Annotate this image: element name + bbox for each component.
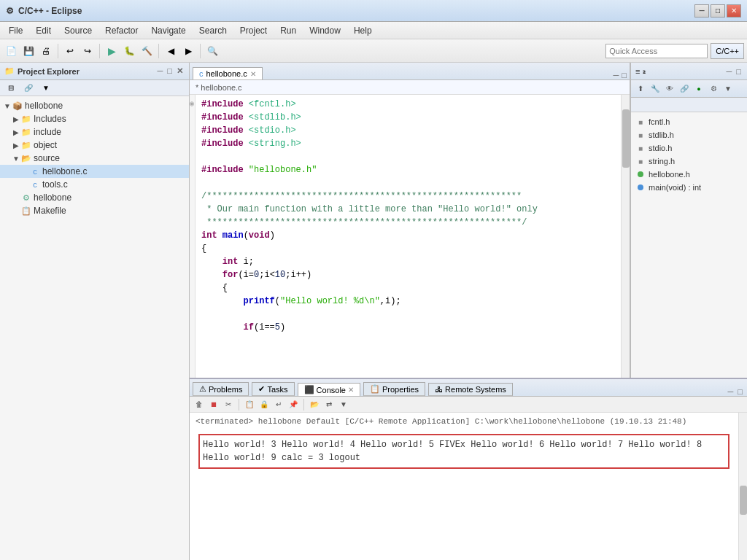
- outline-hellobone-h-label: hellobone.h: [649, 170, 690, 179]
- editor-maximize[interactable]: □: [622, 71, 627, 79]
- outline-stdlib[interactable]: ■ stdlib.h: [634, 128, 744, 141]
- new-button[interactable]: 📄: [3, 43, 19, 59]
- clear-console-button[interactable]: 🗑: [193, 398, 206, 411]
- build-button[interactable]: 🔨: [139, 43, 155, 59]
- project-toggle[interactable]: ▼: [3, 102, 12, 110]
- toolbar: 📄 💾 🖨 ↩ ↪ ▶ 🐛 🔨 ◀ ▶ 🔍 C/C++: [0, 39, 747, 63]
- code-scrollbar[interactable]: [621, 95, 630, 378]
- tree-makefile[interactable]: 📋 Makefile: [0, 204, 189, 217]
- project-root[interactable]: ▼ 📦 hellobone: [0, 99, 189, 112]
- save-button[interactable]: 💾: [20, 43, 36, 59]
- quick-access-input[interactable]: [605, 44, 708, 58]
- tools-c-icon: c: [29, 179, 41, 190]
- console-pin-btn[interactable]: 📌: [287, 398, 300, 411]
- tree-tools-c[interactable]: c tools.c: [0, 178, 189, 191]
- properties-icon: 📋: [370, 384, 380, 394]
- bottom-maximize[interactable]: □: [736, 387, 744, 396]
- menu-navigate[interactable]: Navigate: [145, 24, 191, 37]
- bottom-minimize[interactable]: ─: [727, 387, 735, 396]
- console-text-area[interactable]: <terminated> hellobone Default [C/C++ Re…: [190, 413, 738, 560]
- print-button[interactable]: 🖨: [38, 43, 54, 59]
- search-button[interactable]: 🔍: [204, 43, 220, 59]
- tree-includes[interactable]: ▶ 📁 Includes: [0, 112, 189, 125]
- console-wrap-btn[interactable]: ↵: [272, 398, 285, 411]
- remote-label: Remote Systems: [445, 385, 506, 394]
- panel-header-controls: ─ □ ✕: [156, 66, 185, 76]
- tree-source[interactable]: ▼ 📂 source: [0, 152, 189, 165]
- tree-include[interactable]: ▶ 📁 include: [0, 125, 189, 139]
- forward-button[interactable]: ▶: [180, 43, 196, 59]
- close-button[interactable]: ✕: [727, 4, 741, 18]
- include-toggle[interactable]: ▶: [12, 128, 20, 136]
- console-scroll-lock[interactable]: 🔒: [258, 398, 271, 411]
- console-tab-close[interactable]: ✕: [348, 386, 354, 394]
- run-button[interactable]: ▶: [104, 43, 120, 59]
- tab-tasks[interactable]: ✔ Tasks: [252, 382, 294, 396]
- panel-minimize-button[interactable]: ─: [156, 66, 165, 76]
- panel-maximize-button[interactable]: □: [166, 66, 174, 76]
- code-scrollbar-thumb[interactable]: [622, 109, 630, 168]
- collapse-all-button[interactable]: ⊟: [3, 80, 19, 96]
- back-button[interactable]: ◀: [163, 43, 179, 59]
- console-switch-btn[interactable]: ⇄: [322, 398, 336, 411]
- stop-button[interactable]: ⏹: [207, 398, 220, 411]
- outline-maximize[interactable]: □: [735, 67, 743, 76]
- includes-toggle[interactable]: ▶: [12, 115, 20, 123]
- tree-hellobone-c[interactable]: c hellobone.c: [0, 165, 189, 178]
- tree-object[interactable]: ▶ 📁 object: [0, 139, 189, 152]
- disconnect-button[interactable]: ✂: [222, 398, 235, 411]
- console-more-btn[interactable]: ▼: [337, 398, 350, 411]
- redo-button[interactable]: ↪: [80, 43, 96, 59]
- console-scrollbar[interactable]: [738, 413, 747, 560]
- object-toggle[interactable]: ▶: [12, 141, 20, 149]
- editor-tab-hellobone[interactable]: c hellobone.c ✕: [193, 67, 263, 79]
- editor-tab-close[interactable]: ✕: [250, 70, 256, 78]
- tree-hellobone-exe[interactable]: ⚙ hellobone: [0, 191, 189, 204]
- panel-close-button[interactable]: ✕: [175, 66, 185, 76]
- menu-window[interactable]: Window: [303, 24, 347, 37]
- project-icon: 📦: [12, 100, 23, 112]
- perspective-button[interactable]: C/C++: [711, 43, 744, 59]
- outline-filter-btn[interactable]: 🔧: [649, 82, 662, 96]
- source-toggle[interactable]: ▼: [12, 155, 20, 163]
- tab-remote-systems[interactable]: 🖧 Remote Systems: [428, 383, 513, 396]
- code-editor[interactable]: #include <fcntl.h> #include <stdlib.h> #…: [196, 95, 621, 378]
- outline-sort-btn[interactable]: ⬆: [634, 82, 647, 96]
- outline-string[interactable]: ■ string.h: [634, 155, 744, 168]
- link-editor-button[interactable]: 🔗: [20, 80, 36, 96]
- tab-properties[interactable]: 📋 Properties: [363, 382, 425, 396]
- menu-run[interactable]: Run: [274, 24, 302, 37]
- outline-sub-toolbar: [631, 98, 747, 112]
- minimize-button[interactable]: ─: [694, 4, 709, 18]
- menu-file[interactable]: File: [3, 24, 28, 37]
- tab-problems[interactable]: ⚠ Problems: [193, 382, 249, 396]
- menu-search[interactable]: Search: [193, 24, 233, 37]
- console-scrollbar-thumb[interactable]: [740, 486, 747, 515]
- menu-refactor[interactable]: Refactor: [99, 24, 144, 37]
- tab-console[interactable]: ⬛ Console ✕: [298, 383, 360, 396]
- editor-minimize[interactable]: ─: [614, 71, 619, 79]
- editor-panel: c hellobone.c ✕ ─ □ * hellobone.c: [190, 63, 630, 378]
- menu-edit[interactable]: Edit: [30, 24, 57, 37]
- outline-hide-btn[interactable]: 👁: [663, 82, 676, 96]
- outline-stdio[interactable]: ■ stdio.h: [634, 141, 744, 155]
- outline-fcntl[interactable]: ■ fcntl.h: [634, 115, 744, 128]
- outline-minimize[interactable]: ─: [725, 67, 734, 76]
- toolbar-sep-1: [58, 44, 58, 58]
- menu-project[interactable]: Project: [234, 24, 273, 37]
- tree-view: ▼ 📦 hellobone ▶ 📁 Includes ▶ 📁 include: [0, 96, 189, 560]
- outline-menu-btn[interactable]: ▼: [721, 82, 735, 96]
- debug-button[interactable]: 🐛: [121, 43, 137, 59]
- outline-hellobone-h[interactable]: hellobone.h: [634, 168, 744, 181]
- console-copy-btn[interactable]: 📋: [243, 398, 256, 411]
- outline-collapse-btn[interactable]: ●: [692, 82, 705, 96]
- menu-source[interactable]: Source: [58, 24, 98, 37]
- console-open-btn[interactable]: 📂: [308, 398, 321, 411]
- undo-button[interactable]: ↩: [62, 43, 78, 59]
- outline-main[interactable]: main(void) : int: [634, 181, 744, 194]
- outline-settings-btn[interactable]: ⚙: [707, 82, 720, 96]
- maximize-button[interactable]: □: [711, 4, 725, 18]
- menu-help[interactable]: Help: [348, 24, 378, 37]
- outline-link-btn[interactable]: 🔗: [678, 82, 691, 96]
- tree-menu-button[interactable]: ▼: [38, 80, 54, 96]
